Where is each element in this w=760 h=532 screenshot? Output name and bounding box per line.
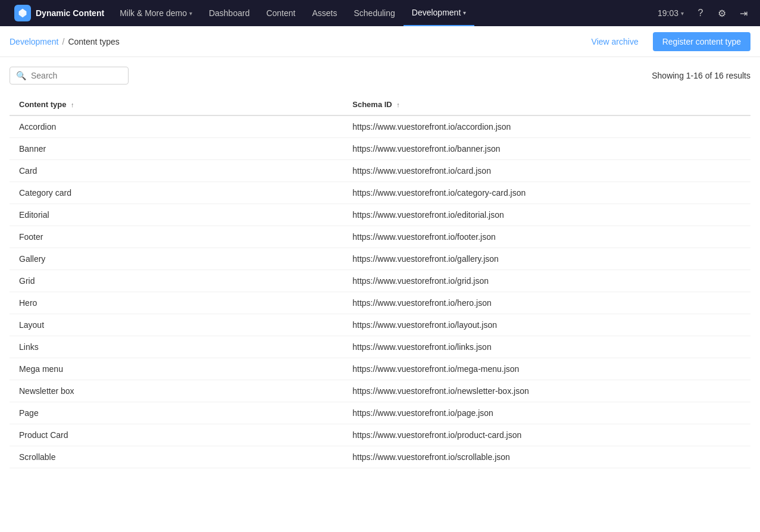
cell-content-type: Grid <box>10 270 343 292</box>
breadcrumb-actions: View archive Register content type <box>584 32 750 51</box>
settings-button[interactable]: ⚙ <box>712 4 731 23</box>
cell-content-type: Product Card <box>10 424 343 446</box>
cell-schema-id: https://www.vuestorefront.io/scrollable.… <box>343 446 750 468</box>
nav-items: Milk & More demo ▾ Dashboard Content Ass… <box>111 0 653 26</box>
cell-schema-id: https://www.vuestorefront.io/category-ca… <box>343 182 750 204</box>
table-row[interactable]: Accordionhttps://www.vuestorefront.io/ac… <box>10 115 750 138</box>
cell-schema-id: https://www.vuestorefront.io/editorial.j… <box>343 204 750 226</box>
sort-icon-content-type: ↑ <box>71 101 74 108</box>
nav-item-content[interactable]: Content <box>258 0 304 26</box>
settings-icon: ⚙ <box>718 8 726 19</box>
results-count: Showing 1-16 of 16 results <box>652 71 750 80</box>
help-icon: ? <box>698 8 703 18</box>
table-body: Accordionhttps://www.vuestorefront.io/ac… <box>10 115 750 468</box>
table-row[interactable]: Scrollablehttps://www.vuestorefront.io/s… <box>10 446 750 468</box>
cell-content-type: Scrollable <box>10 446 343 468</box>
nav-item-development[interactable]: Development ▾ <box>404 0 475 26</box>
breadcrumb-bar: Development / Content types View archive… <box>0 26 760 57</box>
nav-item-assets[interactable]: Assets <box>304 0 345 26</box>
clock-time: 19:03 <box>658 8 678 18</box>
cell-schema-id: https://www.vuestorefront.io/banner.json <box>343 138 750 160</box>
logout-button[interactable]: ⇥ <box>734 4 753 23</box>
content-area: 🔍 Showing 1-16 of 16 results Content typ… <box>0 57 760 468</box>
nav-item-milk-chevron: ▾ <box>189 10 192 17</box>
table-row[interactable]: Mega menuhttps://www.vuestorefront.io/me… <box>10 358 750 380</box>
cell-schema-id: https://www.vuestorefront.io/newsletter-… <box>343 380 750 402</box>
cell-schema-id: https://www.vuestorefront.io/links.json <box>343 336 750 358</box>
table-header-row: Content type ↑ Schema ID ↑ <box>10 94 750 115</box>
nav-item-dashboard-label: Dashboard <box>209 8 250 18</box>
col-header-schema-id[interactable]: Schema ID ↑ <box>343 94 750 115</box>
cell-content-type: Banner <box>10 138 343 160</box>
table-row[interactable]: Editorialhttps://www.vuestorefront.io/ed… <box>10 204 750 226</box>
view-archive-button[interactable]: View archive <box>584 33 646 50</box>
cell-schema-id: https://www.vuestorefront.io/product-car… <box>343 424 750 446</box>
table-row[interactable]: Cardhttps://www.vuestorefront.io/card.js… <box>10 160 750 182</box>
breadcrumb: Development / Content types <box>10 37 120 46</box>
table-row[interactable]: Footerhttps://www.vuestorefront.io/foote… <box>10 226 750 248</box>
table-row[interactable]: Galleryhttps://www.vuestorefront.io/gall… <box>10 248 750 270</box>
cell-schema-id: https://www.vuestorefront.io/layout.json <box>343 314 750 336</box>
cell-content-type: Card <box>10 160 343 182</box>
cell-content-type: Category card <box>10 182 343 204</box>
cell-schema-id: https://www.vuestorefront.io/page.json <box>343 402 750 424</box>
app-logo[interactable]: Dynamic Content <box>7 0 111 26</box>
cell-schema-id: https://www.vuestorefront.io/accordion.j… <box>343 115 750 138</box>
nav-item-dashboard[interactable]: Dashboard <box>201 0 258 26</box>
nav-item-development-label: Development <box>412 8 461 17</box>
content-types-table: Content type ↑ Schema ID ↑ Accordionhttp… <box>10 94 750 468</box>
help-button[interactable]: ? <box>691 4 710 23</box>
sort-icon-schema-id: ↑ <box>396 101 400 108</box>
logout-icon: ⇥ <box>740 8 748 19</box>
nav-item-milk[interactable]: Milk & More demo ▾ <box>111 0 201 26</box>
cell-schema-id: https://www.vuestorefront.io/hero.json <box>343 292 750 314</box>
cell-content-type: Hero <box>10 292 343 314</box>
nav-item-milk-label: Milk & More demo <box>120 8 187 18</box>
table-row[interactable]: Layouthttps://www.vuestorefront.io/layou… <box>10 314 750 336</box>
cell-content-type: Page <box>10 402 343 424</box>
breadcrumb-separator: / <box>62 37 65 46</box>
search-icon: 🔍 <box>16 71 26 80</box>
table-row[interactable]: Herohttps://www.vuestorefront.io/hero.js… <box>10 292 750 314</box>
table-row[interactable]: Pagehttps://www.vuestorefront.io/page.js… <box>10 402 750 424</box>
toolbar: 🔍 Showing 1-16 of 16 results <box>10 67 750 85</box>
cell-content-type: Accordion <box>10 115 343 138</box>
cell-content-type: Links <box>10 336 343 358</box>
cell-schema-id: https://www.vuestorefront.io/mega-menu.j… <box>343 358 750 380</box>
top-nav: Dynamic Content Milk & More demo ▾ Dashb… <box>0 0 760 26</box>
clock-chevron: ▾ <box>681 10 684 17</box>
breadcrumb-current: Content types <box>68 37 119 46</box>
logo-icon <box>14 5 31 21</box>
nav-item-scheduling-label: Scheduling <box>354 8 395 18</box>
table-row[interactable]: Gridhttps://www.vuestorefront.io/grid.js… <box>10 270 750 292</box>
col-header-content-type[interactable]: Content type ↑ <box>10 94 343 115</box>
table-row[interactable]: Category cardhttps://www.vuestorefront.i… <box>10 182 750 204</box>
table-row[interactable]: Linkshttps://www.vuestorefront.io/links.… <box>10 336 750 358</box>
cell-content-type: Layout <box>10 314 343 336</box>
search-input[interactable] <box>31 71 122 80</box>
cell-content-type: Editorial <box>10 204 343 226</box>
cell-content-type: Mega menu <box>10 358 343 380</box>
table-row[interactable]: Newsletter boxhttps://www.vuestorefront.… <box>10 380 750 402</box>
register-content-type-button[interactable]: Register content type <box>653 32 750 51</box>
nav-right: 19:03 ▾ ? ⚙ ⇥ <box>653 4 753 23</box>
cell-content-type: Gallery <box>10 248 343 270</box>
breadcrumb-parent[interactable]: Development <box>10 37 59 46</box>
cell-schema-id: https://www.vuestorefront.io/gallery.jso… <box>343 248 750 270</box>
cell-schema-id: https://www.vuestorefront.io/grid.json <box>343 270 750 292</box>
search-box[interactable]: 🔍 <box>10 67 129 85</box>
nav-item-assets-label: Assets <box>312 8 337 18</box>
clock: 19:03 ▾ <box>653 8 689 18</box>
cell-schema-id: https://www.vuestorefront.io/card.json <box>343 160 750 182</box>
cell-schema-id: https://www.vuestorefront.io/footer.json <box>343 226 750 248</box>
cell-content-type: Footer <box>10 226 343 248</box>
nav-item-content-label: Content <box>266 8 295 18</box>
nav-item-development-chevron: ▾ <box>463 10 466 16</box>
table-row[interactable]: Product Cardhttps://www.vuestorefront.io… <box>10 424 750 446</box>
nav-item-scheduling[interactable]: Scheduling <box>346 0 404 26</box>
cell-content-type: Newsletter box <box>10 380 343 402</box>
app-name: Dynamic Content <box>36 8 104 18</box>
table-row[interactable]: Bannerhttps://www.vuestorefront.io/banne… <box>10 138 750 160</box>
